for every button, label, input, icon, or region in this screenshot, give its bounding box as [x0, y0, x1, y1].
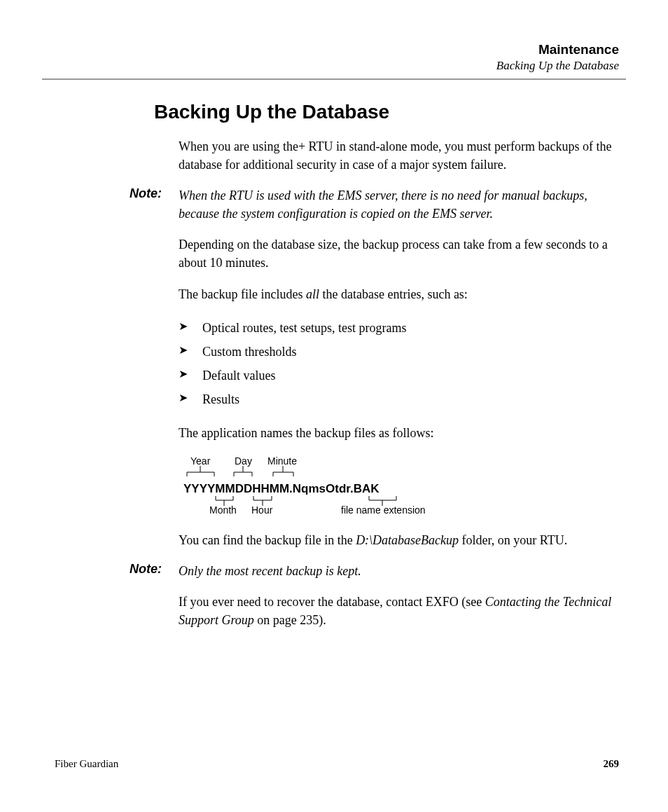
diag-label-day: Day: [235, 455, 252, 467]
diag-label-ext: file name extension: [341, 504, 426, 516]
filename-diagram: Year Day Minute YYYYMMDDHHMM.NqmsOtdr.BA…: [183, 455, 485, 518]
paragraph-4: The application names the backup files a…: [179, 424, 612, 442]
diag-label-month: Month: [209, 504, 237, 516]
list-item: Default values: [179, 364, 612, 387]
note-label: Note:: [130, 562, 179, 580]
p3-emph: all: [306, 287, 319, 301]
paragraph-1: When you are using the+ RTU in stand-alo…: [179, 137, 612, 174]
note-1: Note: When the RTU is used with the EMS …: [130, 186, 612, 223]
footer-product: Fiber Guardian: [55, 758, 118, 770]
diag-label-hour: Hour: [251, 504, 272, 516]
list-item: Optical routes, test setups, test progra…: [179, 316, 612, 340]
header-chapter: Maintenance: [42, 42, 619, 57]
p3-post: the database entries, such as:: [319, 287, 468, 301]
header-rule: [42, 78, 626, 80]
bullet-list: Optical routes, test setups, test progra…: [179, 316, 612, 412]
p6-post: on page 235).: [254, 613, 326, 627]
p5-post: folder, on your RTU.: [459, 533, 567, 547]
list-item: Results: [179, 387, 612, 411]
list-item: Custom thresholds: [179, 340, 612, 364]
note-2: Note: Only the most recent backup is kep…: [130, 562, 612, 580]
note-text: Only the most recent backup is kept.: [179, 562, 361, 580]
p3-pre: The backup file includes: [179, 287, 306, 301]
p6-pre: If you ever need to recover the database…: [179, 595, 485, 609]
footer-page-number: 269: [604, 758, 620, 770]
paragraph-6: If you ever need to recover the database…: [179, 593, 612, 629]
diag-label-year: Year: [190, 455, 210, 467]
paragraph-3: The backup file includes all the databas…: [179, 285, 612, 303]
note-label: Note:: [130, 186, 179, 223]
paragraph-2: Depending on the database size, the back…: [179, 235, 612, 272]
paragraph-5: You can find the backup file in the D:\D…: [179, 531, 612, 549]
p5-pre: You can find the backup file in the: [179, 533, 356, 547]
diag-filename: YYYYMMDDHHMM.NqmsOtdr.BAK: [183, 482, 380, 496]
header-section: Backing Up the Database: [42, 59, 619, 73]
diag-label-minute: Minute: [267, 455, 297, 467]
note-text: When the RTU is used with the EMS server…: [179, 186, 612, 223]
section-title: Backing Up the Database: [154, 101, 626, 123]
p5-emph: D:\DatabaseBackup: [356, 533, 459, 547]
page-footer: Fiber Guardian 269: [55, 758, 619, 770]
